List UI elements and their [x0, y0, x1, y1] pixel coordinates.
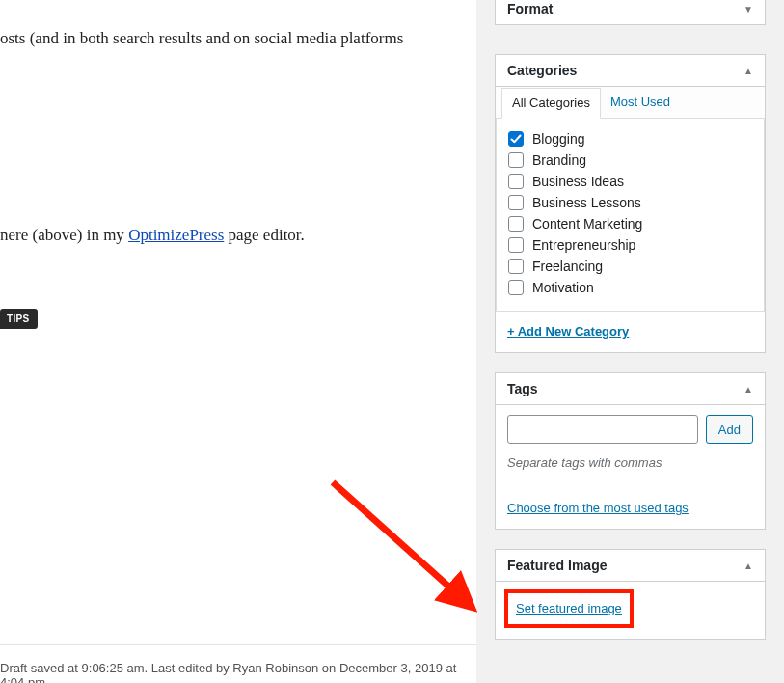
- format-panel: Format ▼: [495, 0, 766, 25]
- chevron-up-icon: ▲: [743, 384, 753, 395]
- category-label: Business Ideas: [532, 174, 624, 189]
- tab-all-categories[interactable]: All Categories: [501, 88, 601, 119]
- content-divider: [0, 644, 476, 645]
- body-text-fragment-1: osts (and in both search results and on …: [0, 26, 463, 51]
- category-label: Entrepreneurship: [532, 237, 635, 253]
- category-label: Business Lessons: [532, 195, 641, 210]
- category-label: Blogging: [532, 131, 585, 147]
- category-checkbox[interactable]: [508, 216, 524, 232]
- featured-image-panel-body: Set featured image: [496, 582, 765, 639]
- chevron-down-icon: ▼: [743, 4, 753, 14]
- category-checkbox[interactable]: [508, 237, 524, 253]
- category-item[interactable]: Business Lessons: [508, 192, 752, 213]
- categories-panel: Categories ▲ All Categories Most Used Bl…: [495, 54, 766, 353]
- featured-image-panel-title: Featured Image: [507, 558, 607, 573]
- category-item[interactable]: Blogging: [508, 128, 752, 150]
- annotation-highlight-box: Set featured image: [504, 589, 634, 628]
- format-panel-title: Format: [507, 1, 553, 16]
- editor-main: osts (and in both search results and on …: [0, 0, 476, 683]
- categories-panel-body: All Categories Most Used BloggingBrandin…: [496, 87, 765, 352]
- tags-panel: Tags ▲ Add Separate tags with commas Cho…: [495, 372, 766, 530]
- format-panel-header[interactable]: Format ▼: [496, 0, 765, 24]
- featured-image-panel-header[interactable]: Featured Image ▲: [496, 550, 765, 582]
- body-text-suffix: page editor.: [224, 226, 305, 244]
- category-item[interactable]: Entrepreneurship: [508, 234, 752, 256]
- tags-panel-body: Add Separate tags with commas Choose fro…: [496, 405, 765, 529]
- chevron-up-icon: ▲: [743, 66, 753, 76]
- category-item[interactable]: Branding: [508, 150, 752, 171]
- category-label: Motivation: [532, 280, 594, 295]
- category-checkbox[interactable]: [508, 259, 524, 274]
- add-tag-button[interactable]: Add: [706, 415, 753, 444]
- tags-panel-title: Tags: [507, 381, 538, 396]
- editor-sidebar: Format ▼ Categories ▲ All Categories Mos…: [476, 0, 784, 683]
- body-text-fragment-2: nere (above) in my OptimizePress page ed…: [0, 223, 463, 248]
- category-checkbox[interactable]: [508, 152, 524, 168]
- tags-panel-header[interactable]: Tags ▲: [496, 373, 765, 405]
- optimizepress-link[interactable]: OptimizePress: [128, 226, 224, 244]
- tips-badge: TIPS: [0, 309, 38, 329]
- tags-input-row: Add: [507, 415, 753, 444]
- categories-panel-title: Categories: [507, 63, 577, 78]
- tags-input[interactable]: [507, 415, 698, 444]
- category-label: Content Marketing: [532, 216, 642, 232]
- chevron-up-icon: ▲: [743, 560, 753, 571]
- category-item[interactable]: Freelancing: [508, 256, 752, 277]
- categories-panel-header[interactable]: Categories ▲: [496, 55, 765, 87]
- autosave-status: Draft saved at 9:06:25 am. Last edited b…: [0, 661, 476, 683]
- tab-most-used[interactable]: Most Used: [601, 88, 680, 119]
- categories-list[interactable]: BloggingBrandingBusiness IdeasBusiness L…: [496, 119, 765, 312]
- add-new-category-link[interactable]: + Add New Category: [507, 324, 629, 339]
- category-checkbox[interactable]: [508, 195, 524, 210]
- featured-image-panel: Featured Image ▲ Set featured image: [495, 549, 766, 640]
- category-checkbox[interactable]: [508, 280, 524, 295]
- category-item[interactable]: Business Ideas: [508, 171, 752, 192]
- choose-most-used-tags-link[interactable]: Choose from the most used tags: [507, 501, 689, 515]
- category-label: Freelancing: [532, 259, 603, 274]
- set-featured-image-link[interactable]: Set featured image: [516, 601, 622, 615]
- category-checkbox[interactable]: [508, 131, 524, 147]
- category-item[interactable]: Content Marketing: [508, 213, 752, 234]
- category-checkbox[interactable]: [508, 174, 524, 189]
- category-item[interactable]: Motivation: [508, 277, 752, 298]
- category-label: Branding: [532, 152, 586, 168]
- categories-tabs: All Categories Most Used: [496, 87, 765, 119]
- body-text-prefix: nere (above) in my: [0, 226, 128, 244]
- tags-hint: Separate tags with commas: [507, 455, 753, 470]
